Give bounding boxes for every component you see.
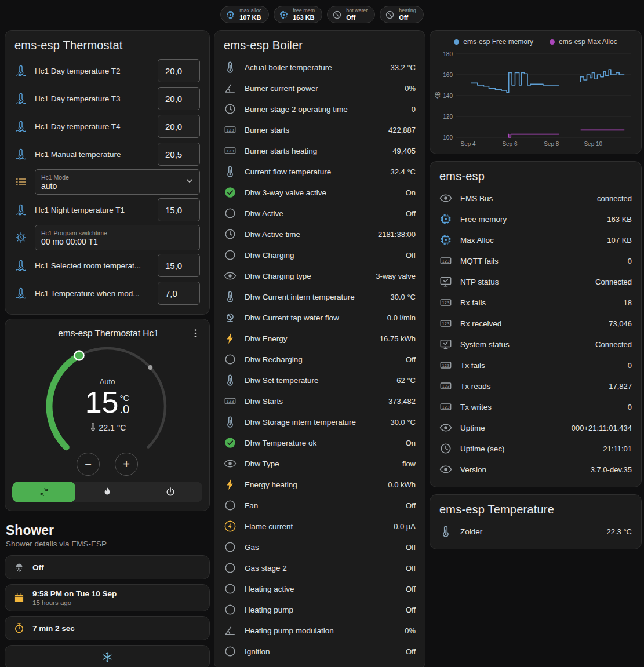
entity-row[interactable]: Uptime (sec) 21:11:01 (439, 438, 632, 459)
hvac-mode-button-auto-mode[interactable] (12, 482, 75, 502)
entity-row[interactable]: 123 Tx fails 0 (439, 355, 632, 376)
svg-text:123: 123 (442, 363, 449, 368)
entity-row[interactable]: Ignition Off (224, 641, 416, 662)
entity-row[interactable]: Dhw Active time 2181:38:00 (224, 224, 416, 245)
number-input[interactable]: 20,0 (158, 115, 200, 138)
entity-row[interactable]: Zolder 22.3 °C (439, 521, 632, 542)
entity-row[interactable]: Dhw Temperature ok On (224, 432, 416, 453)
calendar-icon (13, 592, 25, 604)
increase-temp-button[interactable]: + (115, 453, 138, 476)
entity-row[interactable]: Burner current power 0% (224, 78, 416, 99)
entity-row[interactable]: EMS Bus connected (439, 188, 632, 209)
entity-value: 62 °C (396, 376, 416, 385)
shower-card[interactable]: 9:58 PM on Tue 10 Sep 15 hours ago (5, 584, 210, 611)
number-input[interactable]: 20,5 (158, 143, 200, 166)
number-input[interactable]: 15,0 (158, 198, 200, 221)
thermometer-icon (224, 415, 237, 428)
entity-row[interactable]: Dhw Set temperature 62 °C (224, 370, 416, 391)
entity-row[interactable]: 123 MQTT fails 0 (439, 250, 632, 271)
entity-row[interactable]: Gas stage 2 Off (224, 557, 416, 578)
entity-row[interactable]: 123 Tx writes 0 (439, 396, 632, 417)
shower-card[interactable]: Off (5, 555, 210, 579)
entity-row[interactable]: System status Connected (439, 334, 632, 355)
entity-row[interactable]: 123 Rx received 73,046 (439, 313, 632, 334)
target-temperature: 15 °C .0 (38, 387, 177, 417)
text-input[interactable]: Hc1 Program switchtime 00 mo 00:00 T1 (35, 225, 200, 250)
entity-value: 16.75 kWh (380, 334, 416, 343)
circle-icon (224, 603, 237, 616)
entity-row[interactable]: Dhw Energy 16.75 kWh (224, 328, 416, 349)
shower-card[interactable]: 7 min 2 sec (5, 616, 210, 640)
entity-row[interactable]: Dhw Type flow (224, 453, 416, 474)
badge-heating[interactable]: heating Off (380, 6, 424, 23)
shower-card[interactable] (5, 645, 210, 667)
heating-off-icon (385, 10, 395, 20)
number-input[interactable]: 15,0 (158, 254, 200, 277)
entity-row[interactable]: 123 Tx reads 17,827 (439, 376, 632, 396)
check-circle-icon (224, 186, 237, 199)
entity-row[interactable]: Dhw Current intern temperature 30.0 °C (224, 286, 416, 307)
svg-text:Sep 6: Sep 6 (502, 141, 518, 147)
emsesp-card-title: ems-esp (439, 170, 632, 183)
decrease-temp-button[interactable]: − (77, 453, 100, 476)
entity-row[interactable]: Flame current 0.0 µA (224, 516, 416, 537)
legend-dot (550, 39, 555, 45)
entity-row[interactable]: 123 Burner starts heating 49,405 (224, 140, 416, 161)
entity-row[interactable]: Free memory 163 KB (439, 209, 632, 229)
thermostat-row: Hc1 Mode auto (14, 168, 200, 196)
entity-row[interactable]: Heating pump Off (224, 599, 416, 620)
thermostat-dial[interactable]: Auto 15 °C .0 22.1 °C (38, 341, 177, 476)
entity-value: 0.0 kWh (388, 480, 416, 489)
entity-label: Energy heating (245, 480, 380, 489)
entity-row[interactable]: Current flow temperature 32.4 °C (224, 161, 416, 182)
entity-row[interactable]: Version 3.7.0-dev.35 (439, 459, 632, 480)
row-label: Hc1 Day temperature T2 (35, 67, 150, 75)
entity-row[interactable]: Actual boiler temperature 33.2 °C (224, 57, 416, 78)
more-options-icon[interactable] (186, 326, 205, 340)
badge-hot-water[interactable]: hot water Off (327, 6, 375, 23)
entity-row[interactable]: Gas Off (224, 537, 416, 557)
entity-row[interactable]: 123 Burner starts 422,887 (224, 119, 416, 140)
hvac-mode-button-power[interactable] (139, 482, 202, 502)
hvac-mode-button-flame[interactable] (75, 482, 139, 502)
temp-unit: °C (120, 393, 130, 403)
badge-value: 163 KB (293, 14, 315, 21)
number-input[interactable]: 20,0 (158, 87, 200, 110)
hvac-mode-label: Auto (38, 377, 177, 386)
entity-row[interactable]: Heating pump modulation 0% (224, 620, 416, 641)
entity-label: Dhw Current intern temperature (245, 293, 382, 301)
number-input[interactable]: 20,0 (158, 59, 200, 82)
legend-item: ems-esp Free memory (454, 38, 533, 46)
entity-row[interactable]: Dhw Current tap water flow 0.0 l/min (224, 307, 416, 328)
entity-row[interactable]: Dhw Active Off (224, 203, 416, 224)
entity-row[interactable]: Dhw Charging Off (224, 245, 416, 265)
number-input[interactable]: 7,0 (158, 282, 200, 305)
entity-value: 49,405 (392, 147, 416, 155)
counter-icon: 123 (439, 359, 452, 371)
entity-row[interactable]: Dhw Charging type 3-way valve (224, 265, 416, 286)
row-label: Hc1 Temperature when mod... (35, 289, 150, 298)
entity-label: Dhw Active (245, 209, 398, 218)
entity-label: Heating active (245, 585, 398, 593)
badge-free-mem[interactable]: free mem 163 KB (274, 6, 322, 23)
thermometer-icon (89, 422, 97, 433)
entity-row[interactable]: Max Alloc 107 KB (439, 229, 632, 250)
entity-value: 21:11:01 (603, 444, 632, 453)
entity-row[interactable]: Burner stage 2 operating time 0 (224, 99, 416, 119)
entity-row[interactable]: Fan Off (224, 495, 416, 516)
entity-row[interactable]: Dhw 3-way valve active On (224, 182, 416, 203)
boiler-rows: Actual boiler temperature 33.2 °C Burner… (224, 57, 416, 662)
entity-row[interactable]: Uptime 000+21:11:01.434 (439, 417, 632, 438)
entity-row[interactable]: 123 Dhw Starts 373,482 (224, 391, 416, 411)
dial-setpoint-handle[interactable] (75, 351, 84, 360)
entity-row[interactable]: NTP status Connected (439, 271, 632, 292)
entity-row[interactable]: Heating active Off (224, 578, 416, 599)
entity-row[interactable]: 123 Rx fails 18 (439, 292, 632, 313)
badge-max-alloc[interactable]: max alloc 107 KB (220, 6, 269, 23)
entity-row[interactable]: Energy heating 0.0 kWh (224, 474, 416, 495)
entity-value: 22.3 °C (606, 527, 632, 536)
entity-row[interactable]: Dhw Storage intern temperature 30.0 °C (224, 411, 416, 432)
mode-select[interactable]: Hc1 Mode auto (35, 169, 200, 195)
entity-row[interactable]: Dhw Recharging Off (224, 349, 416, 370)
dial-current-temp-marker (148, 365, 152, 370)
